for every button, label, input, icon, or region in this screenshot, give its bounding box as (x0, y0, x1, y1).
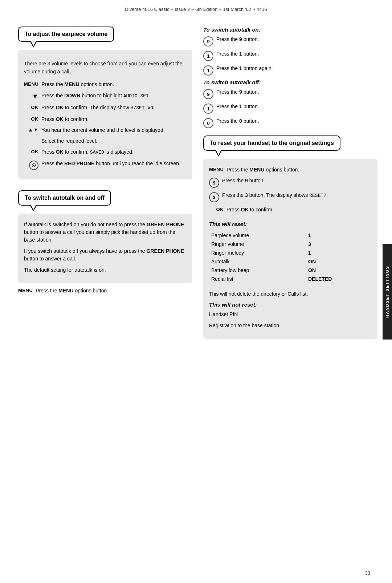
reset-item-battery: Battery low beep (210, 266, 304, 274)
step-menu-autotalk: MENU Press the MENU options button. (18, 283, 192, 294)
reset-step-9: 9 Press the 9 button. (209, 177, 372, 188)
step-down: ▼ Press the DOWN button to highlight AUD… (24, 92, 187, 100)
callout-reset-title: To reset your handset to the original se… (210, 140, 334, 146)
circle-btn-3: 3 (209, 192, 219, 202)
earpiece-intro: There are 3 volume levels to choose from… (24, 57, 187, 76)
earpiece-volume-box: There are 3 volume levels to choose from… (18, 50, 192, 179)
reset-value-battery: ON (305, 266, 371, 274)
step-autotalk-on-1b: 1 Press the 1 button again. (203, 65, 377, 76)
page-header: Diverse 4016 Classic ~ Issue 2 ~ 6th Edi… (0, 0, 392, 16)
reset-item-ringer-melody: Ringer melody (210, 249, 304, 257)
this-will-not-reset-header: This will not reset: (209, 301, 372, 308)
reset-item-redial: Redial list (210, 275, 304, 283)
page-number-value: 33 (365, 570, 370, 576)
reset-row-ringer-vol: Ringer volume 3 (210, 240, 371, 248)
step-autotalk-off-0-text: Press the 0 button. (216, 117, 377, 125)
header-text: Diverse 4016 Classic ~ Issue 2 ~ 6th Edi… (125, 7, 267, 12)
step-label-ok1: OK (24, 104, 38, 110)
reset-value-ringer-vol: 3 (305, 240, 371, 248)
reset-row-ringer-melody: Ringer melody 1 (210, 249, 371, 257)
autotalk-box: If autotalk is switched on you do not ne… (18, 214, 192, 283)
reset-value-autotalk: ON (305, 258, 371, 266)
reset-row-battery: Battery low beep ON (210, 266, 371, 274)
callout-earpiece-volume: To adjust the earpiece volume (18, 27, 114, 42)
reset-value-ringer-melody: 1 (305, 249, 371, 257)
circle-btn-9c: 9 (209, 178, 219, 188)
right-column: To switch autotalk on: 9 Press the 9 but… (200, 27, 377, 350)
step-autotalk-off-1: 1 Press the 1 button. (203, 103, 377, 114)
step-ok-1: OK Press OK to confirm. The display show… (24, 104, 187, 112)
autotalk-on-section: To switch autotalk on: 9 Press the 9 but… (203, 27, 377, 76)
step-text-updown: You hear the current volume and the leve… (41, 126, 187, 134)
callout-autotalk-title: To switch autotalk on and off (25, 195, 105, 201)
step-label-blank (24, 137, 38, 138)
step-label-ok2: OK (24, 116, 38, 122)
step-red-phone: ☉ Press the RED PHONE button until you r… (24, 160, 187, 170)
step-updown: ▲▼ You hear the current volume and the l… (24, 126, 187, 134)
reset-text-3: Press the 3 button. The display shows RE… (222, 191, 372, 199)
circle-btn-9b: 9 (203, 89, 213, 99)
reset-step-3: 3 Press the 3 button. The display shows … (209, 191, 372, 202)
step-label-ok3: OK (24, 148, 38, 154)
reset-row-autotalk: Autotalk ON (210, 258, 371, 266)
reset-item-earpiece: Earpiece volume (210, 231, 304, 239)
not-reset-registration: Registration to the base station. (209, 322, 372, 329)
callout-title: To adjust the earpiece volume (25, 31, 107, 37)
circle-btn-1b: 1 (203, 65, 213, 76)
callout-autotalk: To switch autotalk on and off (18, 190, 111, 206)
step-autotalk-on-9-text: Press the 9 button. (216, 36, 377, 43)
reset-step-ok: OK Press OK to confirm. (209, 206, 372, 213)
updown-icon: ▲▼ (24, 126, 38, 132)
reset-text-9: Press the 9 button. (222, 177, 372, 184)
step-text-select: Select the required level. (41, 137, 187, 145)
reset-value-redial: DELETED (305, 275, 371, 283)
reset-text-ok: Press OK to confirm. (226, 206, 372, 213)
reset-item-ringer-vol: Ringer volume (210, 240, 304, 248)
step-ok-3: OK Press OK to confirm. SAVED is display… (24, 148, 187, 156)
step-text-ok3: Press OK to confirm. SAVED is displayed. (41, 148, 187, 156)
step-autotalk-off-1-text: Press the 1 button. (216, 103, 377, 110)
step-ok-2: OK Press OK to confirm. (24, 116, 187, 123)
section-earpiece-volume: To adjust the earpiece volume There are … (18, 27, 192, 179)
step-text-menu-autotalk: Press the MENU options button. (36, 287, 192, 294)
step-autotalk-on-1a-text: Press the 1 button. (216, 50, 377, 57)
step-text-ok1: Press OK to confirm. The display show H/… (41, 104, 187, 112)
reset-row-earpiece: Earpiece volume 1 (210, 231, 371, 239)
step-autotalk-on-1b-text: Press the 1 button again. (216, 65, 377, 72)
step-autotalk-on-1a: 1 Press the 1 button. (203, 50, 377, 61)
reset-item-autotalk: Autotalk (210, 258, 304, 266)
step-text-menu: Press the MENU options button. (41, 81, 187, 88)
reset-note1: This will not delete the directory or Ca… (209, 290, 372, 298)
step-text-ok2: Press OK to confirm. (41, 116, 187, 123)
reset-value-earpiece: 1 (305, 231, 371, 239)
circle-btn-1a: 1 (203, 51, 213, 61)
autotalk-para3: The default setting for autotalk is on. (24, 266, 187, 274)
autotalk-on-header: To switch autotalk on: (203, 27, 377, 33)
step-autotalk-on-9: 9 Press the 9 button. (203, 36, 377, 46)
reset-label-ok: OK (209, 206, 224, 212)
reset-values-table: Earpiece volume 1 Ringer volume 3 Ringer… (209, 231, 372, 284)
reset-box: MENU Press the MENU options button. 9 Pr… (203, 159, 377, 339)
step-autotalk-off-0: 0 Press the 0 button. (203, 117, 377, 128)
side-label-text: HANDSET SETTINGS (385, 266, 389, 317)
section-autotalk: To switch autotalk on and off If autotal… (18, 190, 192, 294)
section-reset: To reset your handset to the original se… (203, 135, 377, 339)
step-menu-1: MENU Press the MENU options button. (24, 81, 187, 88)
circle-btn-1c: 1 (203, 104, 213, 114)
step-autotalk-off-9: 9 Press the 9 button. (203, 88, 377, 99)
circle-btn-0: 0 (203, 118, 213, 128)
page-number: 33 (365, 570, 370, 576)
reset-label-menu: MENU (209, 166, 224, 172)
step-text-phone: Press the RED PHONE button until you rea… (41, 160, 187, 167)
autotalk-off-header: To switch autotalk off: (203, 79, 377, 85)
reset-text-menu: Press the MENU options button. (226, 166, 372, 173)
this-will-reset-header: This will reset: (209, 221, 372, 227)
step-autotalk-off-9-text: Press the 9 button. (216, 88, 377, 96)
side-label-handset-settings: HANDSET SETTINGS (383, 244, 392, 339)
autotalk-para2: If you switch autotalk off you always ha… (24, 247, 187, 263)
red-phone-icon: ☉ (29, 161, 38, 170)
autotalk-para1: If autotalk is switched on you do not ne… (24, 221, 187, 244)
not-reset-pin: Handset PIN (209, 311, 372, 318)
arrow-down-icon: ▼ (24, 92, 38, 100)
reset-step-menu: MENU Press the MENU options button. (209, 166, 372, 173)
